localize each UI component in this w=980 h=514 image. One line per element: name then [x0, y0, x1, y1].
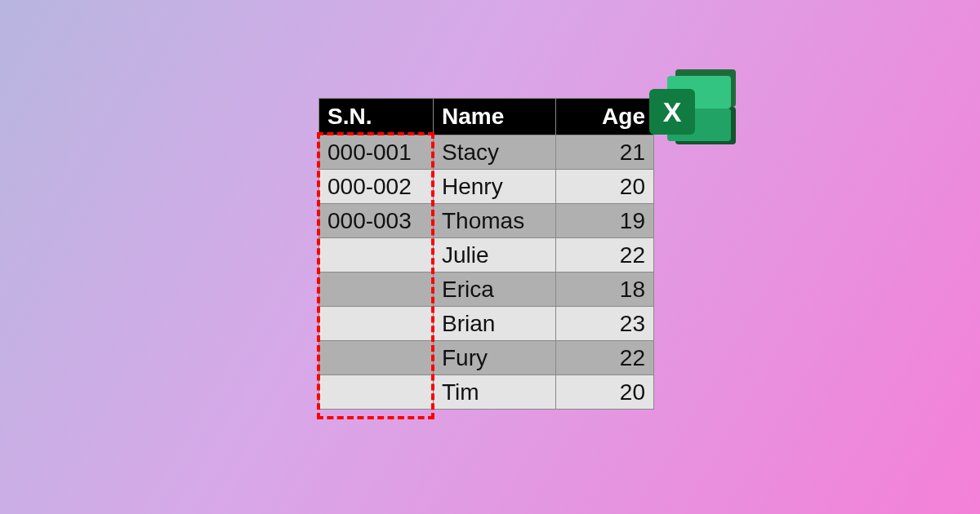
cell-age[interactable]: 23 — [556, 307, 654, 341]
cell-age[interactable]: 21 — [556, 135, 654, 170]
cell-name[interactable]: Henry — [434, 170, 556, 204]
cell-name[interactable]: Erica — [434, 273, 556, 307]
cell-age[interactable]: 20 — [556, 170, 654, 204]
header-age[interactable]: Age — [556, 99, 654, 135]
cell-sn[interactable] — [319, 238, 434, 273]
cell-name[interactable]: Julie — [434, 238, 556, 273]
cell-name[interactable]: Stacy — [434, 135, 556, 170]
cell-name[interactable]: Fury — [434, 341, 556, 375]
header-name[interactable]: Name — [434, 99, 556, 135]
cell-sn[interactable]: 000-003 — [319, 204, 434, 238]
excel-icon: X — [649, 69, 739, 151]
header-row: S.N. Name Age — [319, 99, 654, 135]
excel-icon-letter: X — [649, 89, 695, 135]
table-row[interactable]: Julie 22 — [319, 238, 654, 273]
cell-sn[interactable] — [319, 341, 434, 375]
cell-sn[interactable] — [319, 307, 434, 341]
header-sn[interactable]: S.N. — [319, 99, 434, 135]
table-row[interactable]: Fury 22 — [319, 341, 654, 375]
cell-name[interactable]: Thomas — [434, 204, 556, 238]
cell-age[interactable]: 22 — [556, 341, 654, 375]
cell-sn[interactable] — [319, 375, 434, 410]
cell-name[interactable]: Brian — [434, 307, 556, 341]
table-row[interactable]: 000-002 Henry 20 — [319, 170, 654, 204]
cell-sn[interactable]: 000-001 — [319, 135, 434, 170]
cell-age[interactable]: 22 — [556, 238, 654, 273]
cell-age[interactable]: 18 — [556, 273, 654, 307]
data-table-container: S.N. Name Age 000-001 Stacy 21 000-002 H… — [318, 98, 654, 410]
table-row[interactable]: 000-001 Stacy 21 — [319, 135, 654, 170]
table-row[interactable]: Brian 23 — [319, 307, 654, 341]
cell-name[interactable]: Tim — [434, 375, 556, 410]
table-row[interactable]: Erica 18 — [319, 273, 654, 307]
data-table[interactable]: S.N. Name Age 000-001 Stacy 21 000-002 H… — [318, 98, 654, 410]
table-row[interactable]: 000-003 Thomas 19 — [319, 204, 654, 238]
cell-sn[interactable] — [319, 273, 434, 307]
cell-age[interactable]: 20 — [556, 375, 654, 410]
cell-age[interactable]: 19 — [556, 204, 654, 238]
table-row[interactable]: Tim 20 — [319, 375, 654, 410]
cell-sn[interactable]: 000-002 — [319, 170, 434, 204]
